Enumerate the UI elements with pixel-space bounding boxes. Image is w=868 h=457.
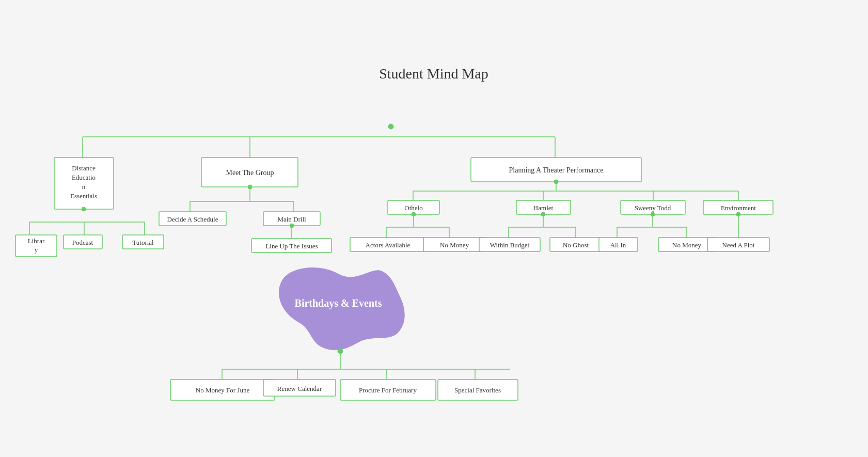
text-podcast: Podcast: [72, 239, 93, 246]
text-need-a-plot: Need A Plot: [722, 241, 755, 249]
svg-text:y: y: [35, 246, 38, 254]
text-no-money-june: No Money For June: [196, 386, 250, 394]
mindmap-canvas: Student Mind Map Distance Educatio n Ess…: [0, 0, 868, 457]
dot-planning: [554, 180, 558, 184]
dot-othelo: [412, 212, 416, 216]
text-actors-available: Actors Available: [366, 241, 411, 249]
text-library: Librar: [28, 237, 45, 245]
page-title: Student Mind Map: [379, 66, 488, 82]
text-within-budget: Within Budget: [490, 241, 530, 249]
text-planning-theater: Planning A Theater Performance: [509, 166, 604, 174]
text-sweeny-todd: Sweeny Todd: [635, 204, 671, 212]
dot-meet: [248, 185, 252, 189]
root-dot: [388, 124, 393, 129]
dot-sweeny: [651, 212, 655, 216]
text-special-favorites: Special Favorites: [454, 386, 501, 394]
dot-main-drill: [290, 224, 294, 228]
dot-environment: [736, 212, 740, 216]
dot-birthdays: [338, 349, 343, 354]
text-main-drill: Main Drill: [277, 215, 306, 223]
text-renew-calendar: Renew Calendar: [277, 385, 322, 392]
dot-hamlet: [541, 212, 545, 216]
text-no-money-sweeny: No Money: [672, 241, 701, 249]
text-no-money-othelo: No Money: [440, 241, 469, 249]
dot-distance: [82, 207, 86, 211]
svg-text:n: n: [82, 183, 86, 191]
text-birthdays-events: Birthdays & Events: [295, 297, 382, 309]
blob-birthdays[interactable]: [279, 267, 405, 350]
text-all-in: All In: [610, 241, 626, 249]
text-meet-group: Meet The Group: [226, 169, 274, 177]
text-environment: Environment: [721, 204, 756, 212]
text-line-up-issues: Line Up The Issues: [265, 242, 318, 250]
text-tutorial: Tutorial: [132, 239, 154, 246]
text-distance-education: Distance: [72, 164, 96, 172]
text-othelo: Othelo: [404, 204, 422, 212]
svg-text:Educatio: Educatio: [72, 174, 96, 181]
text-procure-february: Procure For February: [359, 386, 417, 394]
text-decide-schedule: Decide A Schedule: [167, 215, 218, 223]
text-hamlet: Hamlet: [533, 204, 554, 212]
svg-text:Essentials: Essentials: [70, 192, 97, 200]
text-no-ghost: No Ghost: [563, 241, 589, 249]
